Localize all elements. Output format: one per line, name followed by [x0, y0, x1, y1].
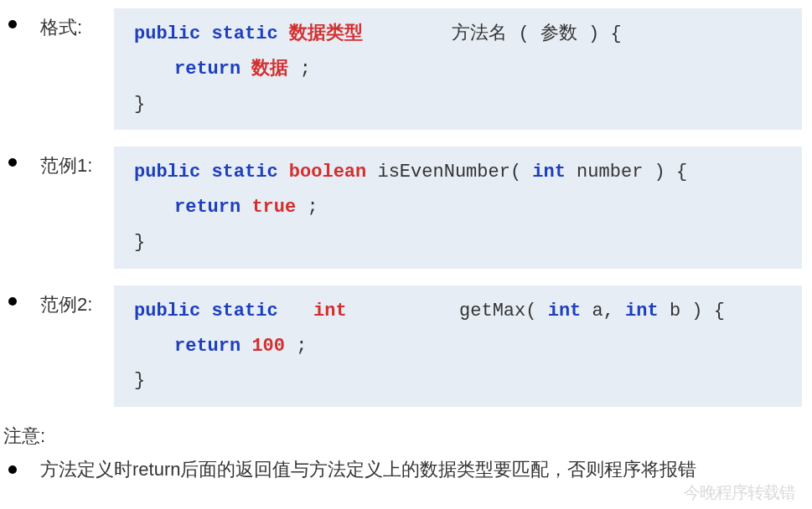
code-block-example1: public static boolean isEvenNumber( int …: [114, 147, 802, 268]
type-placeholder: 数据类型: [289, 23, 363, 44]
code-line: }: [134, 87, 782, 122]
code-line: return true ;: [134, 190, 782, 225]
keyword: public static: [134, 23, 278, 44]
brace-close: }: [134, 370, 145, 391]
value-true: true: [251, 197, 296, 218]
label-example2: 范例2:: [40, 285, 114, 317]
keyword: public static: [134, 162, 278, 183]
notice-line: 方法定义时return后面的返回值与方法定义上的数据类型要匹配，否则程序将报错: [0, 454, 812, 482]
section-example2: 范例2: public static int getMax( int a, in…: [0, 285, 812, 407]
value-100: 100: [251, 336, 285, 357]
type-int: int: [313, 301, 347, 321]
param: b ) {: [659, 301, 725, 321]
keyword: return: [174, 197, 240, 218]
brace-close: }: [134, 232, 145, 253]
label-example1: 范例1:: [40, 147, 114, 178]
code-line: }: [134, 363, 782, 398]
code-line: return 100 ;: [134, 329, 782, 364]
semicolon: ;: [300, 59, 311, 80]
brace-close: }: [134, 94, 145, 115]
code-line: return 数据 ;: [134, 52, 782, 87]
bullet-icon: [8, 297, 17, 306]
keyword: int: [548, 301, 582, 321]
type-boolean: boolean: [289, 162, 366, 183]
param: number ) {: [566, 162, 687, 183]
notice-text: 方法定义时return后面的返回值与方法定义上的数据类型要匹配，否则程序将报错: [40, 454, 812, 482]
bullet-icon: [8, 465, 17, 474]
section-format: 格式: public static 数据类型 方法名 ( 参数 ) { retu…: [0, 8, 812, 130]
keyword: return: [174, 59, 240, 80]
keyword: return: [174, 336, 240, 357]
notice-header: 注意:: [0, 424, 812, 449]
param: a,: [581, 301, 614, 321]
code-block-example2: public static int getMax( int a, int b )…: [114, 285, 802, 407]
keyword: int: [532, 162, 566, 183]
bullet-icon: [8, 20, 17, 28]
method-name: getMax(: [459, 301, 536, 321]
keyword: int: [625, 301, 659, 321]
code-line: public static boolean isEvenNumber( int …: [134, 155, 782, 190]
section-example1: 范例1: public static boolean isEvenNumber(…: [0, 147, 812, 268]
semicolon: ;: [307, 197, 318, 218]
code-line: public static 数据类型 方法名 ( 参数 ) {: [134, 17, 782, 52]
bullet-icon: [8, 158, 17, 167]
semicolon: ;: [296, 336, 307, 357]
code-block-format: public static 数据类型 方法名 ( 参数 ) { return 数…: [114, 8, 802, 130]
code-line: }: [134, 225, 782, 260]
method-shape: 方法名 ( 参数 ) {: [452, 23, 621, 44]
code-line: public static int getMax( int a, int b )…: [134, 294, 782, 329]
value-placeholder: 数据: [251, 59, 288, 80]
method-name: isEvenNumber(: [377, 162, 521, 183]
keyword: public static: [134, 301, 278, 321]
label-format: 格式:: [40, 8, 114, 40]
